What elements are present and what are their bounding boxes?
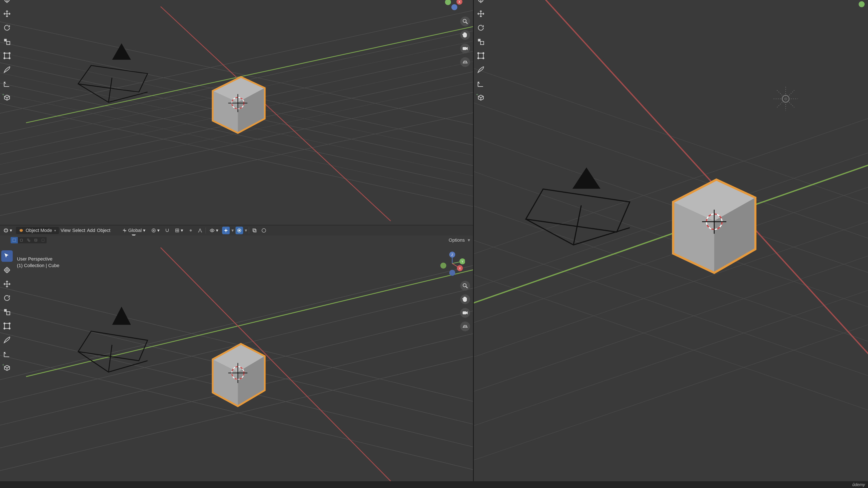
- overlay-toggle[interactable]: [236, 227, 243, 234]
- svg-point-49: [152, 229, 155, 232]
- svg-point-88: [449, 270, 455, 276]
- dropdown-caret-icon: ▾: [181, 228, 183, 233]
- tool-add-cube[interactable]: +: [475, 92, 487, 103]
- perspective-button[interactable]: [460, 57, 470, 67]
- snap-toggle[interactable]: [163, 227, 171, 234]
- camera-button[interactable]: [460, 308, 470, 318]
- viewport-top-left[interactable]: + X: [0, 0, 473, 225]
- tool-annotate[interactable]: [1, 64, 13, 75]
- svg-point-7: [9, 53, 10, 54]
- camera-object[interactable]: [78, 44, 148, 102]
- svg-rect-5: [4, 53, 9, 58]
- viewport-overlay-text: User Perspective (1) Collection | Cube: [17, 256, 59, 269]
- svg-point-89: [463, 284, 466, 287]
- scene-canvas[interactable]: [0, 245, 473, 481]
- tool-transform[interactable]: [1, 50, 13, 61]
- tool-rotate[interactable]: [1, 292, 13, 304]
- tool-move[interactable]: [1, 8, 13, 20]
- svg-line-136: [474, 245, 868, 438]
- tool-add-cube[interactable]: +: [1, 92, 13, 103]
- editor-type-dropdown[interactable]: ▾: [1, 227, 14, 234]
- svg-line-135: [474, 210, 868, 404]
- svg-line-134: [474, 176, 868, 369]
- tool-move[interactable]: [475, 8, 487, 20]
- pan-button[interactable]: [460, 294, 470, 304]
- tool-annotate[interactable]: [475, 64, 487, 75]
- menu-add[interactable]: Add: [87, 228, 95, 233]
- svg-line-130: [474, 296, 868, 481]
- svg-point-74: [4, 323, 5, 324]
- visibility-dropdown[interactable]: ▾: [208, 227, 220, 234]
- options-dropdown[interactable]: Options ▾: [448, 237, 470, 243]
- svg-rect-62: [20, 239, 23, 241]
- svg-rect-71: [4, 309, 7, 312]
- orientation-gizmo[interactable]: Z Y X: [439, 251, 465, 276]
- scene-canvas[interactable]: [474, 0, 868, 481]
- svg-point-120: [483, 53, 484, 54]
- menu-object[interactable]: Object: [97, 228, 111, 233]
- cube-object[interactable]: [673, 180, 755, 273]
- proportional-edit-dot[interactable]: [187, 227, 194, 234]
- orientation-gizmo[interactable]: X: [439, 0, 465, 10]
- shading-wireframe[interactable]: [260, 227, 268, 234]
- tool-cursor[interactable]: [475, 0, 487, 5]
- cube-object[interactable]: [213, 77, 265, 133]
- perspective-button[interactable]: [460, 322, 470, 331]
- pivot-dropdown[interactable]: ▾: [149, 227, 162, 234]
- viewport-bottom-left[interactable]: + User Perspective (1) Collection | Cube…: [0, 245, 473, 481]
- overlay-line1: User Perspective: [17, 256, 59, 262]
- pan-button[interactable]: [460, 30, 470, 40]
- orientation-gizmo[interactable]: [855, 0, 868, 10]
- svg-point-13: [452, 4, 457, 10]
- orientation-dropdown[interactable]: Global ▾: [120, 227, 148, 234]
- svg-rect-118: [478, 53, 484, 58]
- tool-settings-header: Options ▾: [0, 235, 473, 245]
- tool-measure[interactable]: [1, 78, 13, 89]
- gizmo-toggle[interactable]: [222, 227, 230, 234]
- svg-point-9: [9, 58, 10, 59]
- svg-text:X: X: [459, 266, 461, 270]
- proportional-curve[interactable]: [196, 227, 204, 234]
- viewport-right[interactable]: +: [474, 0, 868, 481]
- tool-scale[interactable]: [475, 36, 487, 47]
- svg-point-121: [478, 58, 479, 59]
- svg-rect-116: [478, 39, 480, 41]
- select-mode-pills[interactable]: [10, 237, 46, 243]
- tool-cursor[interactable]: [1, 0, 13, 5]
- light-object[interactable]: [774, 87, 798, 111]
- status-bar: ûdemy: [0, 481, 868, 488]
- menu-view[interactable]: View: [61, 228, 70, 233]
- camera-object[interactable]: [526, 168, 630, 245]
- svg-marker-36: [113, 44, 130, 59]
- svg-point-53: [190, 229, 192, 231]
- camera-button[interactable]: [460, 44, 470, 53]
- svg-rect-61: [13, 239, 16, 242]
- svg-point-123: [859, 1, 865, 7]
- cube-object[interactable]: [213, 344, 265, 406]
- snap-dropdown[interactable]: ▾: [173, 227, 185, 234]
- tool-cursor[interactable]: [1, 264, 13, 276]
- tool-transform[interactable]: [1, 320, 13, 332]
- tool-annotate[interactable]: [1, 334, 13, 346]
- camera-object[interactable]: [78, 307, 148, 372]
- svg-line-131: [474, 142, 868, 335]
- tool-select-box[interactable]: [1, 250, 13, 262]
- zoom-button[interactable]: [460, 17, 470, 26]
- svg-rect-91: [463, 312, 466, 314]
- svg-line-129: [474, 262, 868, 455]
- xray-toggle[interactable]: [251, 227, 258, 234]
- scene-canvas[interactable]: [0, 0, 473, 225]
- tool-scale[interactable]: [1, 36, 13, 47]
- zoom-button[interactable]: [460, 281, 470, 291]
- tool-rotate[interactable]: [475, 22, 487, 33]
- tool-add-cube[interactable]: +: [1, 362, 13, 373]
- tool-move[interactable]: [1, 278, 13, 290]
- menu-select[interactable]: Select: [72, 228, 85, 233]
- tool-measure[interactable]: [1, 348, 13, 360]
- svg-line-127: [474, 90, 868, 284]
- tool-measure[interactable]: [475, 78, 487, 89]
- tool-scale[interactable]: [1, 306, 13, 318]
- mode-dropdown[interactable]: Object Mode ▾: [16, 227, 59, 234]
- tool-transform[interactable]: [475, 50, 487, 61]
- tool-rotate[interactable]: [1, 22, 13, 33]
